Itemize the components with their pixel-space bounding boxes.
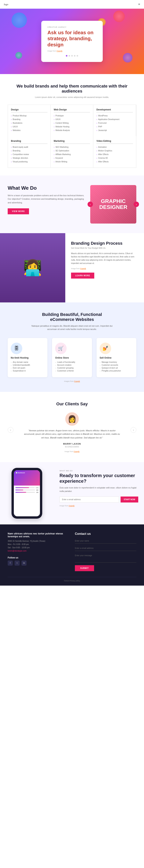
service-item: Strategic direction	[11, 157, 47, 159]
service-item: Competitive review	[11, 153, 47, 156]
hero-dot-5[interactable]	[77, 55, 78, 57]
cta-submit-button[interactable]: START NOW	[120, 497, 138, 502]
contact-email-input[interactable]	[75, 546, 136, 551]
service-item: Website Analysis	[54, 129, 90, 132]
service-col-title: Design	[11, 108, 47, 113]
hero-dot-4[interactable]	[74, 55, 75, 57]
ecommerce-card: 💅 Sell Online Manage InventoryCustomer a…	[97, 338, 136, 377]
footer: Nam ultrices ultrices nec tortor pulvina…	[0, 524, 144, 586]
service-column: DevelopmentWordPressApplication Developm…	[93, 105, 136, 136]
follow-label: Follow us	[8, 556, 69, 559]
footer-schedule-line: 3940 15 Soriville Avenue, YQ,Austin (Tex…	[8, 539, 69, 543]
cta-section: 📊 Dashboard 5.7k 400 150	[0, 462, 144, 524]
service-item: WordPress	[96, 115, 133, 117]
service-item: SEO Marketing	[54, 146, 90, 149]
testimonial-image-credit: Image from Freepik	[8, 451, 136, 453]
service-item: Website Hosting	[54, 125, 90, 128]
service-item: After Effects	[96, 160, 133, 163]
testimonial-image-link[interactable]: Freepik	[74, 451, 79, 453]
service-column: BrandingBrand equity auditBrandingCompet…	[8, 136, 51, 167]
contact-name-input[interactable]	[75, 538, 136, 544]
brands-subtitle: Lorem ipsum dolor sit, consectetur some …	[34, 96, 110, 99]
services-grid: DesignProduct MockupBrandingIllustration…	[8, 105, 136, 168]
ecommerce-card-title: Sell Online	[100, 356, 133, 359]
cta-input-row: START NOW	[60, 497, 138, 502]
hero-image-link[interactable]: Freepik	[57, 50, 62, 52]
branding-section: 👩‍💻 Branding Design Process Get Great Wo…	[0, 233, 144, 302]
service-item: Motion Graphics	[96, 150, 133, 152]
service-item: Illustrations	[11, 122, 47, 124]
ecommerce-card-title: Online Store	[55, 356, 89, 359]
branding-image-link[interactable]: Freepik	[80, 268, 86, 270]
service-item: Content Writing	[54, 122, 90, 124]
hero-image-credit: Image from Freepik	[47, 50, 97, 52]
service-item: UI/UX	[11, 125, 47, 128]
cta-text: Duis aute irure dolor in reprehenderit i…	[60, 486, 138, 493]
ecommerce-card: 🗄 No-limit Hosting Any domain nameUnlimi…	[8, 338, 47, 377]
graphic-text: GRAPHIC DESIGNER	[94, 198, 133, 210]
service-item: Websites	[11, 129, 47, 132]
contact-title: Contact us	[75, 532, 136, 535]
ecommerce-card-icon: 🛒	[55, 343, 67, 354]
circle-5	[15, 52, 22, 59]
cta-content: WHAT WE DO Ready to transform your custo…	[54, 462, 144, 524]
phone-content: 5.7k 400 150	[14, 486, 40, 496]
footer-schedule-line: lorem@storatype.com	[8, 549, 69, 553]
brands-title: We build brands and help them communicat…	[8, 84, 136, 94]
circle-2	[113, 10, 125, 22]
cta-email-input[interactable]	[60, 497, 119, 502]
hamburger-menu[interactable]: ≡	[138, 2, 140, 6]
service-col-title: Branding	[11, 140, 47, 144]
testimonial-wrapper: ‹ 👩 "Aenean pulvinar dui ornare. Augue l…	[8, 412, 136, 448]
hero-label: CREATIVE AGENCY	[47, 26, 97, 28]
hero-dot-2[interactable]	[69, 55, 70, 57]
list-item: Dum set quam	[11, 367, 44, 369]
carousel-prev-button[interactable]: ‹	[87, 202, 93, 207]
service-col-title: Marketing	[54, 140, 90, 144]
hero-title: Ask us for ideas on strategy, branding, …	[47, 30, 97, 48]
cta-image-credit: Image from Freepik	[60, 505, 138, 507]
service-item: Prototype	[54, 115, 90, 117]
branding-content: Branding Design Process Get Great Work f…	[65, 233, 144, 302]
ecommerce-grid: 🗄 No-limit Hosting Any domain nameUnlimi…	[8, 338, 136, 377]
service-item: Front-end	[96, 122, 133, 124]
instagram-icon[interactable]: in	[22, 561, 27, 566]
list-item: Any domain name	[11, 361, 44, 363]
twitter-icon[interactable]: t	[14, 561, 20, 566]
ecommerce-image-link[interactable]: Freepik	[74, 380, 80, 382]
wwd-text: We're a team of passionate problem-solve…	[8, 194, 84, 205]
ecommerce-card-icon: 💅	[100, 343, 111, 354]
phone-stat-1: 5.7k	[15, 487, 38, 489]
testimonials-title: Our Clients Say	[8, 402, 136, 406]
learn-more-button[interactable]: LEARN MORE	[71, 273, 94, 279]
service-col-title: Development	[96, 108, 133, 113]
footer-newsletter: Nam ultrices ultrices nec tortor pulvina…	[8, 532, 69, 571]
testimonial-prev-button[interactable]: ‹	[8, 427, 13, 433]
wwd-left: What We Do We're a team of passionate pr…	[8, 185, 84, 214]
service-item: After Effects	[96, 153, 133, 156]
testimonial-avatar: 👩	[65, 412, 79, 426]
cta-title: Ready to transform your customer experie…	[60, 473, 138, 484]
cta-image-link[interactable]: Freepik	[69, 505, 74, 507]
ecommerce-card-list: Manage InventoryCustomer accountsQuisque…	[100, 361, 133, 372]
phone-stat-2: 400	[15, 489, 38, 491]
service-item: SE Optimization	[54, 150, 90, 152]
list-item: Quisque id dum ud	[100, 367, 133, 369]
hero-dot-1[interactable]	[66, 55, 67, 57]
footer-newsletter-title: Nam ultrices ultrices nec tortor pulvina…	[8, 532, 69, 538]
list-item: Suspendisse in	[11, 370, 44, 372]
carousel-next-button[interactable]: ›	[134, 202, 139, 207]
contact-submit-button[interactable]: SUBMIT	[75, 565, 94, 571]
testimonial-next-button[interactable]: ›	[131, 427, 136, 433]
contact-message-input[interactable]	[75, 553, 136, 562]
testimonial-name: MARRY LAXON	[13, 443, 131, 445]
hero-dot-3[interactable]	[71, 55, 73, 57]
logo: logo	[4, 3, 8, 6]
footer-contact: Contact us SUBMIT	[75, 532, 136, 571]
service-item: Article Writing	[54, 160, 90, 163]
phone-header: 📊 Dashboard	[14, 470, 40, 486]
view-more-button[interactable]: VIEW MORE	[8, 208, 29, 214]
footer-schedule-line: Mon - Fri: 8:00 - 8:00 pm	[8, 543, 69, 546]
social-icons: f t in	[8, 561, 69, 566]
facebook-icon[interactable]: f	[8, 561, 13, 566]
